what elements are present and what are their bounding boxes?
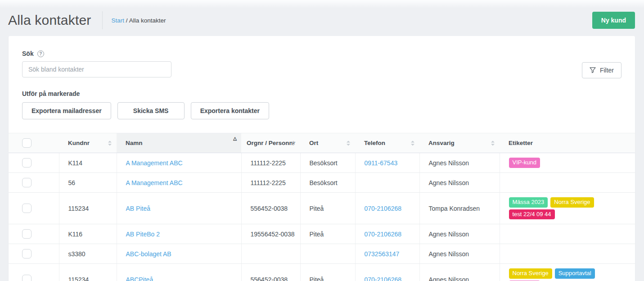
- column-header-telefon[interactable]: Telefon: [355, 133, 419, 153]
- contacts-table: Kundnr Namn △ Orgnr / Personnr Ort Telef…: [9, 133, 635, 281]
- column-header-ansvarig[interactable]: Ansvarig: [419, 133, 500, 153]
- cell-orgnr: 111112-2225: [241, 173, 300, 193]
- phone-link[interactable]: 070-2106268: [365, 276, 402, 281]
- cell-ort: Besöksort: [300, 173, 355, 193]
- cell-kundnr: s3380: [59, 244, 117, 264]
- table-header-row: Kundnr Namn △ Orgnr / Personnr Ort Telef…: [9, 133, 635, 153]
- table-row: 115234ABCPiteå556452-0038Piteå070-210626…: [9, 264, 635, 281]
- cell-ansvarig: Agnes Nilsson: [419, 224, 500, 244]
- contact-name-link[interactable]: AB PiteBo 2: [126, 231, 160, 238]
- sort-icon[interactable]: [411, 140, 414, 145]
- cell-ort: Besöksort: [300, 153, 355, 173]
- table-row: K114A Management ABC111112-2225Besöksort…: [9, 153, 635, 173]
- table-row: K116AB PiteBo 219556452-0038Piteå070-210…: [9, 224, 635, 244]
- cell-telefon: 0911-67543: [355, 153, 419, 173]
- cell-etiketter: Norra SverigeSupportavtalVIP-kund: [500, 264, 635, 281]
- phone-link[interactable]: 0911-67543: [365, 159, 398, 167]
- search-input[interactable]: [22, 61, 171, 77]
- phone-link[interactable]: 070-2106268: [365, 231, 402, 238]
- breadcrumb-start-link[interactable]: Start: [112, 17, 125, 24]
- tag-badge: VIP-kund: [509, 158, 540, 168]
- contact-name-link[interactable]: ABC-bolaget AB: [126, 250, 171, 258]
- filter-button[interactable]: Filter: [582, 62, 621, 78]
- column-label: Kundnr: [68, 140, 90, 146]
- cell-kundnr: K116: [59, 224, 117, 244]
- cell-etiketter: [500, 244, 635, 264]
- cell-ort: Piteå: [300, 264, 355, 281]
- search-label: Sök: [22, 50, 34, 57]
- cell-etiketter: Mässa 2023Norra Sverigetest 22/4 09 44: [500, 193, 635, 224]
- row-checkbox[interactable]: [22, 158, 32, 168]
- cell-etiketter: [500, 173, 635, 193]
- contact-name-link[interactable]: ABCPiteå: [126, 276, 153, 281]
- cell-ansvarig: Agnes Nilsson: [419, 264, 500, 281]
- filter-button-label: Filter: [600, 67, 614, 74]
- cell-select: [9, 224, 59, 244]
- contact-name-link[interactable]: A Management ABC: [126, 179, 183, 186]
- sort-icon[interactable]: [292, 140, 295, 145]
- cell-telefon: 070-2106268: [355, 224, 419, 244]
- cell-etiketter: VIP-kund: [500, 153, 635, 173]
- column-label: Ort: [309, 140, 318, 146]
- column-label: Etiketter: [509, 140, 533, 146]
- select-all-checkbox[interactable]: [22, 138, 32, 148]
- cell-namn: ABC-bolaget AB: [117, 244, 241, 264]
- column-header-orgnr[interactable]: Orgnr / Personnr: [241, 133, 300, 153]
- cell-ort: Piteå: [300, 193, 355, 224]
- bulk-actions: Exportera mailadresser Skicka SMS Export…: [9, 97, 635, 119]
- cell-select: [9, 173, 59, 193]
- cell-telefon: 0732563147: [355, 244, 419, 264]
- phone-link[interactable]: 070-2106268: [365, 205, 402, 212]
- table-row: 115234AB Piteå556452-0038Piteå070-210626…: [9, 193, 635, 224]
- tag-badge: Mässa 2023: [509, 197, 548, 208]
- sort-icon[interactable]: [491, 140, 495, 145]
- cell-namn: AB Piteå: [117, 193, 241, 224]
- cell-kundnr: 115234: [59, 264, 117, 281]
- column-header-kundnr[interactable]: Kundnr: [59, 133, 117, 153]
- cell-select: [9, 153, 59, 173]
- search-block: Sök ?: [22, 50, 171, 77]
- cell-select: [9, 264, 59, 281]
- send-sms-button[interactable]: Skicka SMS: [117, 102, 185, 119]
- export-contacts-button[interactable]: Exportera kontakter: [191, 102, 269, 119]
- funnel-icon: [590, 67, 596, 73]
- export-emails-button[interactable]: Exportera mailadresser: [22, 102, 111, 119]
- row-checkbox[interactable]: [22, 275, 32, 281]
- sort-icon[interactable]: [108, 140, 112, 145]
- cell-orgnr: 111112-2225: [241, 153, 300, 173]
- column-label: Telefon: [364, 140, 385, 146]
- cell-ansvarig: Agnes Nilsson: [419, 153, 500, 173]
- cell-select: [9, 193, 59, 224]
- contact-name-link[interactable]: AB Piteå: [126, 205, 150, 212]
- column-label: Ansvarig: [428, 140, 455, 146]
- table-row: 56A Management ABC111112-2225BesöksortAg…: [9, 173, 635, 193]
- breadcrumb-current: Alla kontakter: [129, 17, 166, 24]
- row-checkbox[interactable]: [22, 229, 32, 239]
- new-customer-button[interactable]: Ny kund: [592, 12, 635, 29]
- column-header-ort[interactable]: Ort: [300, 133, 355, 153]
- page-title: Alla kontakter: [8, 13, 91, 28]
- column-header-namn[interactable]: Namn △: [117, 133, 241, 153]
- sort-icon[interactable]: [347, 140, 350, 145]
- tag-badge: test 22/4 09 44: [509, 209, 555, 220]
- row-checkbox[interactable]: [22, 204, 32, 213]
- contact-name-link[interactable]: A Management ABC: [126, 159, 183, 167]
- cell-namn: AB PiteBo 2: [117, 224, 241, 244]
- cell-select: [9, 244, 59, 264]
- row-checkbox[interactable]: [22, 178, 32, 187]
- column-header-etiketter: Etiketter: [500, 133, 635, 153]
- sort-asc-icon[interactable]: △: [233, 136, 237, 141]
- cell-orgnr: 556452-0038: [241, 264, 300, 281]
- tag-badge: Supportavtal: [555, 268, 595, 279]
- phone-link[interactable]: 0732563147: [365, 250, 400, 258]
- cell-telefon: 070-2106268: [355, 193, 419, 224]
- help-icon[interactable]: ?: [37, 50, 44, 57]
- breadcrumb-separator: /: [126, 17, 129, 24]
- title-divider: [102, 11, 103, 29]
- cell-kundnr: 115234: [59, 193, 117, 224]
- breadcrumb: Start / Alla kontakter: [112, 17, 166, 24]
- row-checkbox[interactable]: [22, 249, 32, 258]
- table-row: s3380ABC-bolaget AB0732563147Agnes Nilss…: [9, 244, 635, 264]
- bulk-actions-label: Utför på markerade: [9, 78, 635, 97]
- cell-ansvarig: Agnes Nilsson: [419, 173, 500, 193]
